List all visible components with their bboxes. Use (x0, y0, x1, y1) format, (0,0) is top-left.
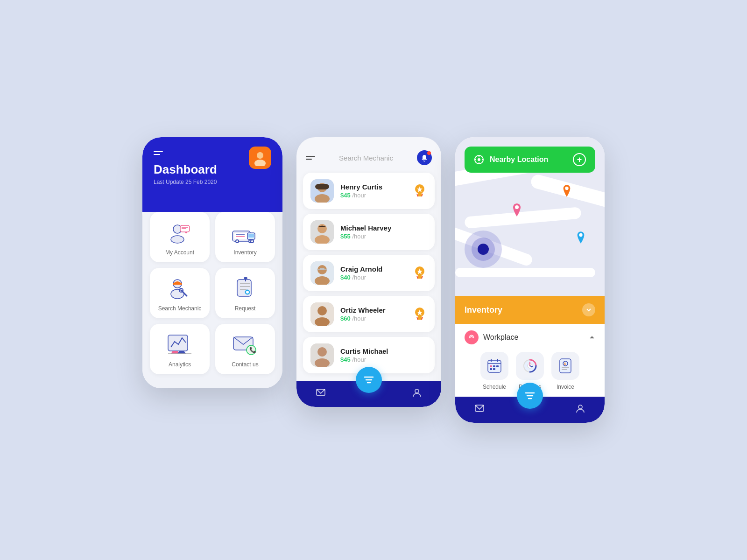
mechanic-list: Henry Curtis $45 /hour (296, 173, 441, 373)
mechanic-info: Curtis Michael $45 /hour (340, 347, 406, 363)
bottom-nav-3 (455, 397, 605, 423)
mechanic-label: Search Mechanic (158, 305, 202, 312)
location-dot (478, 244, 489, 255)
mechanic-name: Michael Harvey (340, 224, 406, 232)
award-badge (412, 266, 427, 280)
award-badge (412, 183, 427, 198)
mechanic-avatar (310, 302, 334, 326)
map-pin-blue[interactable] (576, 231, 586, 245)
menu-icon[interactable] (306, 156, 315, 160)
svg-line-85 (469, 335, 472, 336)
messages-nav[interactable] (315, 387, 326, 400)
schedule-icon (480, 352, 508, 380)
mechanic-price: $45 /hour (340, 356, 406, 363)
filter-button[interactable] (356, 367, 382, 393)
grid-item-mechanic[interactable]: Search Mechanic (150, 268, 210, 318)
svg-point-18 (251, 240, 253, 242)
grid-item-inventory[interactable]: Inventory (215, 212, 275, 262)
filter-button-3[interactable] (517, 383, 543, 409)
request-icon (231, 277, 259, 301)
workplace-chevron-icon[interactable] (589, 334, 595, 341)
svg-marker-8 (185, 232, 187, 234)
award-badge (412, 307, 427, 322)
grid-item-account[interactable]: My Account (150, 212, 210, 262)
svg-point-77 (565, 187, 568, 190)
search-title: Search Mechanic (339, 154, 393, 162)
notification-bell[interactable] (417, 150, 432, 165)
menu-icon[interactable] (154, 151, 165, 155)
phones-container: Dashboard Last Update 25 Feb 2020 (142, 137, 605, 423)
svg-rect-44 (315, 184, 329, 189)
progress-icon (516, 352, 544, 380)
svg-text:📞: 📞 (249, 346, 256, 353)
avatar[interactable] (249, 147, 271, 169)
inventory-chevron-icon[interactable] (582, 303, 595, 316)
invoice-icon: $ (551, 352, 579, 380)
grid-item-analytics[interactable]: Analytics (150, 324, 210, 374)
mechanic-avatar (310, 343, 334, 367)
svg-point-51 (317, 224, 327, 233)
svg-rect-60 (418, 275, 422, 279)
svg-point-78 (579, 233, 582, 237)
price-value: $45 (340, 356, 351, 363)
svg-point-15 (236, 240, 238, 242)
workplace-icon (465, 330, 479, 344)
svg-point-108 (578, 405, 582, 409)
mechanic-avatar (310, 261, 334, 285)
svg-rect-34 (168, 335, 188, 351)
messages-nav-3[interactable] (474, 403, 485, 416)
map-road (455, 268, 595, 277)
mechanic-info: Henry Curtis $45 /hour (340, 183, 406, 199)
grid-item-request[interactable]: Request (215, 268, 275, 318)
mechanic-info: Craig Arnold $40 /hour (340, 265, 406, 281)
mechanic-avatar (310, 179, 334, 203)
search-header: Search Mechanic (296, 137, 441, 173)
workplace-header: Workplace (465, 330, 595, 344)
svg-point-76 (515, 205, 519, 209)
mechanic-price: $60 /hour (340, 315, 406, 322)
request-label: Request (235, 305, 256, 312)
mechanic-avatar (310, 220, 334, 244)
contact-icon: 📞 (231, 333, 259, 357)
analytics-icon (166, 333, 194, 357)
map-pin-pink[interactable] (511, 203, 522, 217)
svg-line-86 (472, 335, 474, 336)
map-pin-orange[interactable] (562, 184, 572, 198)
inventory-icon (231, 221, 259, 245)
mechanic-name: Craig Arnold (340, 265, 406, 273)
mechanic-item[interactable]: Henry Curtis $45 /hour (303, 173, 435, 209)
phone-map: Nearby Location + Inventory (455, 137, 605, 423)
price-value: $40 (340, 274, 351, 281)
nearby-location-button[interactable]: Nearby Location + (465, 147, 595, 173)
grid-item-contact[interactable]: 📞 Contact us (215, 324, 275, 374)
profile-nav-3[interactable] (575, 403, 586, 416)
svg-rect-94 (493, 365, 495, 367)
account-icon (166, 221, 194, 245)
dashboard-subtitle: Last Update 25 Feb 2020 (154, 179, 271, 185)
nearby-plus-icon[interactable]: + (573, 153, 586, 166)
wp-item-invoice[interactable]: $ Invoice (551, 352, 579, 390)
svg-line-69 (417, 317, 418, 320)
svg-rect-10 (234, 233, 248, 239)
schedule-label: Schedule (483, 384, 506, 390)
mechanic-name: Henry Curtis (340, 183, 406, 191)
svg-line-48 (417, 194, 418, 196)
svg-rect-95 (496, 365, 499, 367)
mechanic-item[interactable]: Ortiz Wheeler $60 /hour (303, 296, 435, 332)
svg-line-62 (422, 276, 423, 279)
map-road (464, 207, 581, 229)
svg-line-61 (417, 276, 418, 279)
price-value: $45 (340, 192, 351, 199)
profile-nav[interactable] (411, 387, 423, 400)
mechanic-name: Curtis Michael (340, 347, 406, 355)
wp-item-schedule[interactable]: Schedule (480, 352, 508, 390)
mechanic-item[interactable]: Craig Arnold $40 /hour (303, 255, 435, 291)
inventory-header[interactable]: Inventory (455, 296, 605, 324)
svg-rect-96 (490, 368, 492, 370)
map-view: Nearby Location + (455, 137, 605, 296)
inventory-label: Inventory (233, 249, 256, 256)
mechanic-item[interactable]: Michael Harvey $55 /hour (303, 214, 435, 250)
mechanic-price: $45 /hour (340, 192, 406, 199)
price-value: $60 (340, 315, 351, 322)
mechanic-name: Ortiz Wheeler (340, 306, 406, 314)
